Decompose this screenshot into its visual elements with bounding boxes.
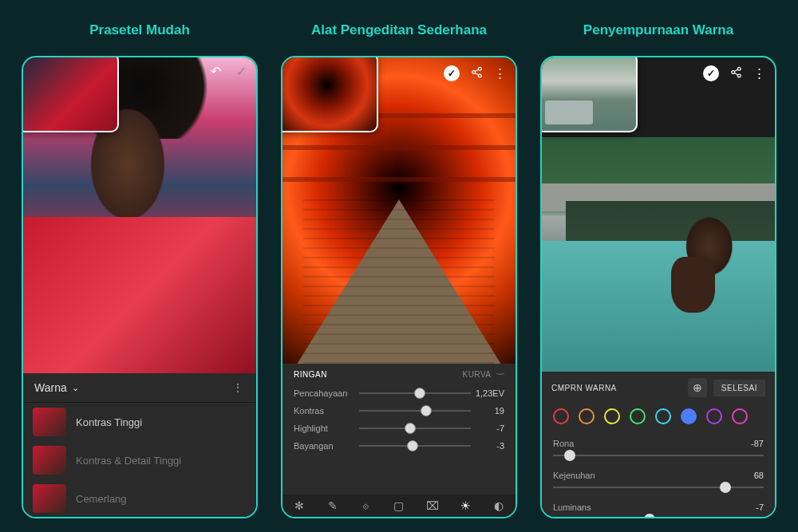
svg-line-4 [475, 73, 478, 75]
topbar-3: ✓ ⋮ [703, 65, 765, 81]
slider-value: 68 [754, 471, 764, 480]
header-label: CMPRN WARNA [551, 384, 617, 392]
light-icon[interactable]: ☀ [459, 499, 472, 512]
slider-label: Pencahayaan [294, 388, 359, 398]
preset-label: Kontras & Detail Tinggi [76, 455, 181, 467]
color-panel-header: CMPRN WARNA ⊕ SELESAI [542, 372, 775, 404]
category-label: Warna [34, 381, 67, 394]
phone-frame-2: ✓ ⋮ RINGAN KURVA〰 Pencahayaan1,23EVKontr… [281, 56, 517, 518]
svg-line-3 [475, 69, 478, 72]
curve-icon: 〰 [496, 370, 505, 379]
more-icon[interactable]: ⋮ [232, 381, 245, 394]
slider-knob[interactable] [720, 482, 731, 493]
slider-value: -7 [471, 424, 504, 433]
phone-frame-1: ↶ ✓ Warna⌄ ⋮ Kontras TinggiKontras & Det… [22, 56, 258, 518]
check-circle-icon[interactable]: ✓ [444, 65, 460, 81]
slider-value: 19 [471, 406, 504, 416]
undo-icon[interactable]: ↶ [208, 64, 223, 78]
slider-kejenuhan[interactable]: Kejenuhan68 [542, 464, 775, 488]
slider-knob[interactable] [414, 388, 425, 399]
slider-value: -87 [751, 439, 764, 448]
svg-point-5 [737, 67, 741, 70]
slider-pencahayaan[interactable]: Pencahayaan1,23EV [282, 385, 516, 403]
color-swatch[interactable] [732, 408, 748, 424]
preset-thumb [33, 408, 66, 436]
slider-label: Kejenuhan [553, 471, 595, 480]
preset-thumb [33, 484, 66, 513]
slider-bayangan[interactable]: Bayangan-3 [282, 438, 516, 455]
done-button[interactable]: SELESAI [713, 380, 765, 396]
slider-value: -3 [471, 441, 504, 451]
preset-item[interactable]: Cemerlang [23, 479, 256, 518]
edit-tabs: RINGAN KURVA〰 [282, 364, 516, 385]
svg-line-8 [734, 69, 737, 72]
slider-kontras[interactable]: Kontras19 [282, 403, 516, 420]
panel-title-2: Alat Pengeditan Sederhana [311, 22, 487, 38]
light-sliders-panel: RINGAN KURVA〰 Pencahayaan1,23EVKontras19… [282, 364, 516, 517]
svg-line-9 [734, 73, 737, 75]
color-swatch[interactable] [681, 408, 697, 424]
before-thumbnail-2[interactable] [281, 56, 378, 132]
slider-value: -7 [756, 502, 764, 512]
color-swatch[interactable] [655, 408, 671, 424]
slider-knob[interactable] [407, 440, 418, 451]
more-vert-icon[interactable]: ⋮ [753, 66, 765, 81]
preset-item[interactable]: Kontras Tinggi [23, 403, 256, 441]
slider-track[interactable] [359, 428, 471, 429]
slider-track[interactable] [553, 455, 764, 456]
slider-label: Bayangan [294, 441, 359, 451]
panel-presets: Prasetel Mudah ↶ ✓ Warna⌄ ⋮ Kontras Ting… [16, 0, 263, 532]
preset-thumb [33, 446, 66, 475]
phone-frame-3: ✓ ⋮ CMPRN WARNA ⊕ SELESAI Rona-87Kejenuh… [540, 56, 776, 518]
topbar-1: ↶ ✓ [208, 64, 248, 78]
color-swatch[interactable] [579, 408, 595, 424]
tab-curves[interactable]: KURVA〰 [462, 370, 504, 379]
check-circle-icon[interactable]: ✓ [703, 65, 719, 81]
share-icon[interactable] [730, 66, 742, 81]
color-selector-row [542, 404, 775, 432]
color-swatch[interactable] [553, 408, 569, 424]
slider-track[interactable] [359, 392, 471, 394]
slider-luminans[interactable]: Luminans-7 [542, 496, 775, 518]
before-thumbnail-1[interactable] [22, 56, 119, 132]
preset-label: Kontras Tinggi [76, 416, 142, 428]
svg-point-2 [478, 74, 481, 77]
slider-label: Kontras [294, 406, 359, 416]
adjust-icon[interactable]: ◐ [492, 499, 505, 512]
share-icon[interactable] [471, 66, 483, 81]
slider-knob[interactable] [421, 405, 432, 416]
bottom-toolbar: ✻✎⟐▢⌧☀◐ [282, 495, 516, 517]
healing-icon[interactable]: ✎ [326, 499, 339, 512]
presets-list-panel: Warna⌄ ⋮ Kontras TinggiKontras & Detail … [23, 373, 256, 517]
svg-point-6 [732, 71, 735, 74]
color-swatch[interactable] [706, 408, 722, 424]
svg-point-0 [478, 67, 481, 70]
preset-category-header[interactable]: Warna⌄ ⋮ [23, 373, 256, 403]
settings-icon[interactable]: ✻ [293, 499, 306, 512]
check-icon[interactable]: ✓ [234, 64, 248, 78]
slider-rona[interactable]: Rona-87 [542, 432, 775, 456]
slider-track[interactable] [359, 445, 471, 447]
panel-color: Penyempurnaan Warna ✓ ⋮ CMPRN WARNA ⊕ SE… [535, 0, 782, 532]
color-swatch[interactable] [604, 408, 620, 424]
frame-icon[interactable]: ▢ [393, 499, 405, 512]
slider-track[interactable] [359, 410, 471, 412]
preset-item[interactable]: Kontras & Detail Tinggi [23, 441, 256, 479]
tab-light[interactable]: RINGAN [294, 370, 327, 379]
slider-highlight[interactable]: Highlight-7 [282, 420, 516, 438]
svg-point-1 [472, 71, 476, 74]
slider-knob[interactable] [564, 450, 575, 461]
chevron-down-icon: ⌄ [72, 383, 79, 393]
slider-knob[interactable] [405, 423, 416, 434]
slider-label: Highlight [294, 424, 359, 433]
panel-title-3: Penyempurnaan Warna [583, 22, 733, 38]
slider-label: Luminans [553, 502, 591, 512]
more-vert-icon[interactable]: ⋮ [494, 66, 506, 81]
before-thumbnail-3[interactable] [540, 56, 638, 132]
target-icon[interactable]: ⊕ [688, 378, 707, 397]
screen-icon[interactable]: ⌧ [426, 499, 439, 512]
topbar-2: ✓ ⋮ [444, 65, 506, 81]
color-swatch[interactable] [630, 408, 646, 424]
slider-track[interactable] [553, 487, 764, 488]
crop-icon[interactable]: ⟐ [359, 499, 372, 512]
